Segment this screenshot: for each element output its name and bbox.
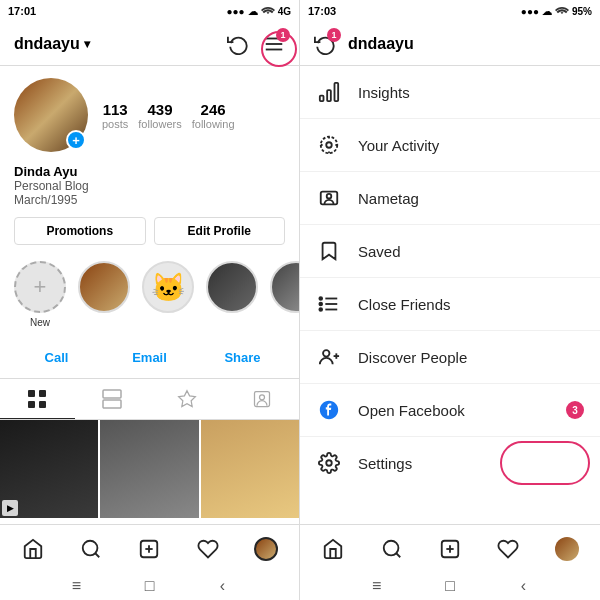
following-stat[interactable]: 246 following [192,101,235,130]
nav-search[interactable] [72,530,110,568]
saved-icon [316,238,342,264]
photo-1[interactable]: ▶ [0,420,98,518]
menu-item-your-activity[interactable]: Your Activity [300,119,600,172]
profile-thumbnail-right [555,537,579,561]
followers-stat[interactable]: 439 followers [138,101,181,130]
facebook-icon [316,397,342,423]
open-facebook-label: Open Facebook [358,402,465,419]
nav-add[interactable] [130,530,168,568]
bottom-nav-right [300,524,600,572]
username-area[interactable]: dndaayu ▾ [14,35,90,53]
nav-heart-right[interactable] [489,530,527,568]
avatar-wrap: + [14,78,88,152]
android-nav-left: ≡ □ ‹ [0,572,299,600]
tab-row [0,378,299,420]
activity-icon [316,132,342,158]
bottom-nav-left [0,524,299,572]
tab-list[interactable] [75,379,150,419]
menu-list: Insights Your Activity Nametag Saved [300,66,600,524]
call-button[interactable]: Call [14,342,99,372]
android-home-icon-left: □ [145,577,155,595]
video-indicator: ▶ [2,500,18,516]
tag-person-icon [252,389,272,409]
promotions-button[interactable]: Promotions [14,217,146,245]
photo-2[interactable] [100,420,198,518]
menu-item-saved[interactable]: Saved [300,225,600,278]
add-icon-right [439,538,461,560]
svg-point-23 [327,194,332,199]
tab-person[interactable] [224,379,299,419]
android-menu-right[interactable]: ≡ [367,576,387,596]
time-left: 17:01 [8,5,36,17]
posts-count: 113 [103,101,128,118]
posts-stat[interactable]: 113 posts [102,101,128,130]
menu-item-nametag[interactable]: Nametag [300,172,600,225]
menu-item-discover-people[interactable]: Discover People [300,331,600,384]
right-header-badge: 1 [327,28,341,42]
android-back-right[interactable]: ‹ [513,576,533,596]
svg-rect-17 [335,83,339,101]
svg-rect-19 [320,96,324,102]
nav-home[interactable] [14,530,52,568]
dropdown-icon[interactable]: ▾ [84,37,90,51]
story-new[interactable]: + New [14,261,66,328]
nav-home-right[interactable] [314,530,352,568]
svg-rect-6 [39,401,46,408]
share-button[interactable]: Share [200,342,285,372]
svg-point-30 [323,350,329,356]
story-circle-3 [206,261,258,313]
nav-profile-right[interactable] [548,530,586,568]
menu-item-settings[interactable]: Settings [300,437,600,489]
history-button-left[interactable] [227,33,249,55]
svg-point-11 [259,395,264,400]
story-circle-1 [78,261,130,313]
nav-profile[interactable] [247,530,285,568]
heart-icon-right [497,538,519,560]
story-2[interactable]: 🐱 [142,261,194,328]
android-home-right[interactable]: □ [440,576,460,596]
svg-rect-4 [39,390,46,397]
svg-point-29 [319,308,322,311]
hamburger-button[interactable]: 1 [263,33,285,55]
settings-icon [316,450,342,476]
left-panel: 17:01 ●●● ☁ 4G dndaayu ▾ 1 [0,0,300,600]
photo-3[interactable] [201,420,299,518]
nav-add-right[interactable] [431,530,469,568]
nav-search-right[interactable] [373,530,411,568]
story-1[interactable] [78,261,130,328]
insights-label: Insights [358,84,410,101]
story-circle-2: 🐱 [142,261,194,313]
tab-star[interactable] [150,379,225,419]
android-back-left[interactable]: ‹ [213,576,233,596]
following-label: following [192,118,235,130]
nav-heart[interactable] [189,530,227,568]
tab-grid[interactable] [0,379,75,419]
hamburger-badge: 1 [276,28,290,42]
menu-item-close-friends[interactable]: Close Friends [300,278,600,331]
history-button-right[interactable]: 1 [314,33,336,55]
story-4[interactable] [270,261,299,328]
settings-label: Settings [358,455,412,472]
heart-icon [197,538,219,560]
add-story-badge[interactable]: + [66,130,86,150]
story-3[interactable] [206,261,258,328]
status-icons-right: ●●● ☁ 95% [521,6,592,17]
svg-rect-5 [28,401,35,408]
svg-line-13 [96,553,100,557]
svg-point-20 [321,137,338,154]
profile-thumbnail [254,537,278,561]
svg-line-35 [396,553,400,557]
profile-section: + 113 posts 439 followers 246 following [0,66,299,164]
svg-point-33 [326,460,332,466]
android-menu-icon-left: ≡ [72,577,81,595]
android-menu-left[interactable]: ≡ [67,576,87,596]
android-back-icon-left: ‹ [220,577,225,595]
email-button[interactable]: Email [107,342,192,372]
menu-item-insights[interactable]: Insights [300,66,600,119]
following-count: 246 [201,101,226,118]
menu-item-open-facebook[interactable]: Open Facebook 3 [300,384,600,437]
android-home-left[interactable]: □ [140,576,160,596]
story-circle-4 [270,261,299,313]
grid-icon [27,389,47,409]
edit-profile-button[interactable]: Edit Profile [154,217,286,245]
